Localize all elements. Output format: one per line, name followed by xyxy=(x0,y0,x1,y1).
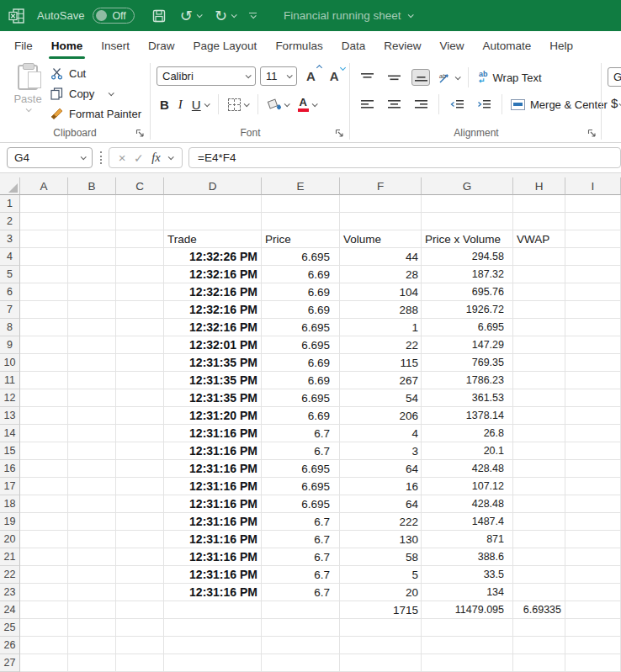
cell-G21[interactable]: 388.6 xyxy=(422,548,513,566)
cell-D26[interactable] xyxy=(164,637,262,654)
fx-dropdown-icon[interactable] xyxy=(168,154,174,160)
cell-H4[interactable] xyxy=(513,248,565,266)
document-title-dropdown-icon[interactable] xyxy=(407,12,413,18)
column-header-B[interactable]: B xyxy=(68,177,116,195)
cell-E21[interactable]: 6.7 xyxy=(262,548,340,566)
cell-I15[interactable] xyxy=(565,442,621,460)
cell-F22[interactable]: 5 xyxy=(340,566,422,584)
cell-I4[interactable] xyxy=(565,248,621,266)
cell-B8[interactable] xyxy=(68,319,116,336)
cell-H25[interactable] xyxy=(513,619,565,637)
column-header-F[interactable]: F xyxy=(340,177,422,195)
cell-A4[interactable] xyxy=(20,248,68,266)
cell-B20[interactable] xyxy=(68,531,116,548)
cell-I7[interactable] xyxy=(565,301,621,319)
cell-E5[interactable]: 6.69 xyxy=(262,266,340,283)
underline-button[interactable]: U xyxy=(192,98,209,112)
cell-F5[interactable]: 28 xyxy=(340,266,422,283)
cell-B10[interactable] xyxy=(68,354,116,372)
cell-F18[interactable]: 64 xyxy=(340,495,422,513)
cell-D22[interactable]: 12:31:16 PM xyxy=(164,566,262,584)
cell-F12[interactable]: 54 xyxy=(340,389,422,407)
cell-E25[interactable] xyxy=(262,619,340,637)
alignment-dialog-launcher-icon[interactable] xyxy=(587,129,597,138)
cell-G12[interactable]: 361.53 xyxy=(422,389,513,407)
cell-F27[interactable] xyxy=(340,654,422,672)
cell-E8[interactable]: 6.695 xyxy=(262,319,340,336)
cell-H20[interactable] xyxy=(513,531,565,548)
cell-A26[interactable] xyxy=(20,637,68,654)
row-header-11[interactable]: 11 xyxy=(0,372,20,389)
cell-A23[interactable] xyxy=(20,584,68,601)
row-header-3[interactable]: 3 xyxy=(0,230,20,248)
cell-G13[interactable]: 1378.14 xyxy=(422,407,513,425)
cell-I27[interactable] xyxy=(565,654,621,672)
enter-icon[interactable]: ✓ xyxy=(134,151,144,165)
cell-D19[interactable]: 12:31:16 PM xyxy=(164,513,262,531)
column-header-G[interactable]: G xyxy=(422,177,513,195)
wrap-text-button[interactable]: ab ↵ Wrap Text xyxy=(479,71,542,84)
cell-C13[interactable] xyxy=(116,407,164,425)
font-color-dropdown-icon[interactable] xyxy=(311,101,317,107)
cell-A22[interactable] xyxy=(20,566,68,584)
cell-G3[interactable]: Price x Volume xyxy=(422,230,513,248)
cell-F19[interactable]: 222 xyxy=(340,513,422,531)
document-title[interactable]: Financial running sheet xyxy=(284,9,412,22)
cell-E19[interactable]: 6.7 xyxy=(262,513,340,531)
cell-G8[interactable]: 6.695 xyxy=(422,319,513,336)
shrink-font-button[interactable]: A xyxy=(330,69,339,83)
cell-F1[interactable] xyxy=(340,195,422,213)
cell-C14[interactable] xyxy=(116,425,164,442)
copy-button[interactable]: Copy xyxy=(50,87,141,100)
cell-B22[interactable] xyxy=(68,566,116,584)
cell-B27[interactable] xyxy=(68,654,116,672)
cell-I24[interactable] xyxy=(565,601,621,619)
select-all-corner[interactable] xyxy=(0,177,20,195)
cell-A6[interactable] xyxy=(20,283,68,301)
row-header-15[interactable]: 15 xyxy=(0,442,20,460)
cell-B4[interactable] xyxy=(68,248,116,266)
cell-I14[interactable] xyxy=(565,425,621,442)
cell-A5[interactable] xyxy=(20,266,68,283)
decrease-indent-button[interactable] xyxy=(448,96,466,113)
cell-D12[interactable]: 12:31:35 PM xyxy=(164,389,262,407)
cell-D13[interactable]: 12:31:20 PM xyxy=(164,407,262,425)
cell-D7[interactable]: 12:32:16 PM xyxy=(164,301,262,319)
cell-G18[interactable]: 428.48 xyxy=(422,495,513,513)
cell-F10[interactable]: 115 xyxy=(340,354,422,372)
cell-I1[interactable] xyxy=(565,195,621,213)
cell-C18[interactable] xyxy=(116,495,164,513)
cell-I18[interactable] xyxy=(565,495,621,513)
cell-B26[interactable] xyxy=(68,637,116,654)
name-box[interactable]: G4 xyxy=(7,147,93,168)
cell-F24[interactable]: 1715 xyxy=(340,601,422,619)
row-header-12[interactable]: 12 xyxy=(0,389,20,407)
cell-A20[interactable] xyxy=(20,531,68,548)
cell-A19[interactable] xyxy=(20,513,68,531)
cell-C27[interactable] xyxy=(116,654,164,672)
cell-B13[interactable] xyxy=(68,407,116,425)
cell-C25[interactable] xyxy=(116,619,164,637)
cell-E24[interactable] xyxy=(262,601,340,619)
cell-A17[interactable] xyxy=(20,478,68,495)
cell-G27[interactable] xyxy=(422,654,513,672)
row-header-16[interactable]: 16 xyxy=(0,460,20,478)
row-header-7[interactable]: 7 xyxy=(0,301,20,319)
cell-F7[interactable]: 288 xyxy=(340,301,422,319)
column-header-C[interactable]: C xyxy=(116,177,164,195)
row-header-14[interactable]: 14 xyxy=(0,425,20,442)
cell-I8[interactable] xyxy=(565,319,621,336)
cell-B7[interactable] xyxy=(68,301,116,319)
cell-F14[interactable]: 4 xyxy=(340,425,422,442)
tab-help[interactable]: Help xyxy=(540,31,582,61)
cell-D5[interactable]: 12:32:16 PM xyxy=(164,266,262,283)
cell-F20[interactable]: 130 xyxy=(340,531,422,548)
cell-H11[interactable] xyxy=(513,372,565,389)
cell-H1[interactable] xyxy=(513,195,565,213)
cell-C8[interactable] xyxy=(116,319,164,336)
cell-E22[interactable]: 6.7 xyxy=(262,566,340,584)
row-header-18[interactable]: 18 xyxy=(0,495,20,513)
cell-F4[interactable]: 44 xyxy=(340,248,422,266)
cell-G25[interactable] xyxy=(422,619,513,637)
cancel-icon[interactable]: × xyxy=(119,151,126,165)
